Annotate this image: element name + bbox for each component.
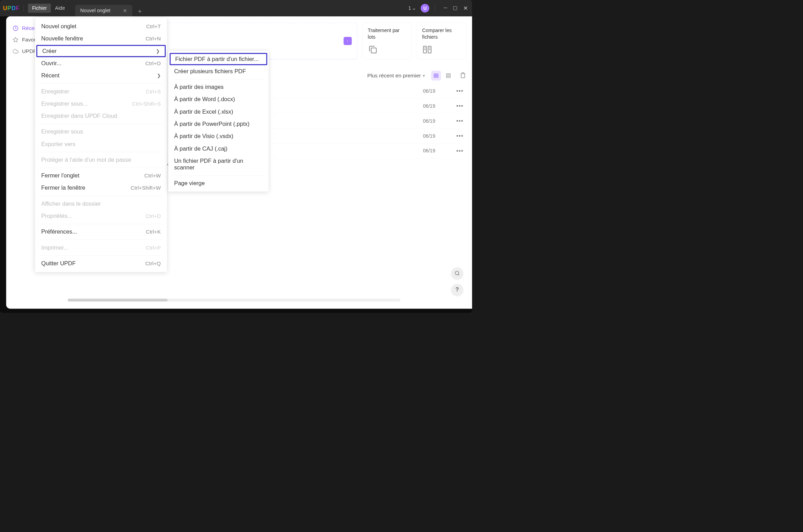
- compare-files-card[interactable]: Comparer les fichiers: [417, 23, 466, 60]
- menu-item-print: Imprimer...Ctrl+P: [35, 242, 167, 254]
- menu-item-close-tab[interactable]: Fermer l'ongletCtrl+W: [35, 169, 167, 182]
- submenu-item-from-file[interactable]: Fichier PDF à partir d'un fichier...: [170, 53, 267, 65]
- svg-rect-10: [449, 76, 450, 77]
- submenu-item-from-excel[interactable]: À partir de Excel (.xlsx): [168, 106, 269, 118]
- more-icon[interactable]: •••: [454, 147, 466, 154]
- app-window: UPDF Fichier Aide Nouvel onglet ✕ + 1 ⌄ …: [0, 0, 472, 313]
- search-float-button[interactable]: [451, 267, 463, 279]
- menu-divider: [39, 124, 163, 124]
- menu-help[interactable]: Aide: [51, 4, 69, 13]
- svg-rect-8: [449, 74, 450, 75]
- menu-item-preferences[interactable]: Préférences...Ctrl+K: [35, 226, 167, 238]
- batch-process-card[interactable]: Traitement par lots: [362, 23, 412, 60]
- menu-item-save-as: Enregistrer sous...Ctrl+Shift+S: [35, 98, 167, 110]
- svg-point-11: [455, 271, 459, 275]
- more-icon[interactable]: •••: [454, 132, 466, 139]
- menu-divider: [173, 175, 264, 176]
- submenu-item-from-visio[interactable]: À partir de Visio (.vsdx): [168, 130, 269, 142]
- tab-strip: Nouvel onglet ✕ +: [75, 0, 144, 16]
- chevron-right-icon: ❯: [157, 73, 161, 78]
- submenu-item-multi-pdf[interactable]: Créer plusieurs fichiers PDF: [168, 65, 269, 77]
- minimize-button[interactable]: ─: [444, 5, 447, 12]
- menu-item-open[interactable]: Ouvrir...Ctrl+O: [35, 57, 167, 69]
- svg-rect-1: [371, 48, 376, 53]
- more-icon[interactable]: •••: [454, 103, 466, 109]
- submenu-item-from-caj[interactable]: À partir de CAJ (.caj): [168, 143, 269, 155]
- close-icon[interactable]: ✕: [123, 7, 127, 14]
- menu-item-new-tab[interactable]: Nouvel ongletCtrl+T: [35, 20, 167, 32]
- window-controls: ─ ▢ ✕: [444, 5, 468, 12]
- submenu-item-from-images[interactable]: À partir des images: [168, 81, 269, 93]
- file-menu-dropdown: Nouvel ongletCtrl+T Nouvelle fenêtreCtrl…: [35, 18, 167, 272]
- cloud-icon: [12, 48, 19, 55]
- svg-rect-5: [436, 74, 438, 75]
- menu-divider: [39, 152, 163, 152]
- menu-divider: [173, 79, 264, 79]
- menu-item-save: EnregistrerCtrl+S: [35, 85, 167, 98]
- menu-divider: [39, 240, 163, 240]
- menu-item-export: Exporter vers: [35, 138, 167, 150]
- submenu-item-from-word[interactable]: À partir de Word (.docx): [168, 93, 269, 106]
- submenu-item-blank-page[interactable]: Page vierge: [168, 177, 269, 189]
- menu-divider: [39, 256, 163, 256]
- new-tab-button[interactable]: +: [135, 7, 144, 16]
- create-submenu: Fichier PDF à partir d'un fichier... Cré…: [168, 51, 269, 192]
- menu-item-protect: Protéger à l'aide d'un mot de passe: [35, 154, 167, 166]
- submenu-item-from-scanner[interactable]: Un fichier PDF à partir d'un scanner: [168, 155, 269, 174]
- menu-item-recent[interactable]: Récent❯: [35, 69, 167, 82]
- user-avatar[interactable]: U: [421, 4, 429, 13]
- app-logo: UPDF: [3, 5, 20, 12]
- menu-item-show-folder: Afficher dans le dossier: [35, 198, 167, 210]
- compare-icon: [422, 45, 432, 55]
- scrollbar-thumb[interactable]: [68, 299, 167, 302]
- star-icon: [12, 37, 19, 43]
- more-icon[interactable]: •••: [454, 118, 466, 124]
- batch-icon: [368, 45, 378, 55]
- close-button[interactable]: ✕: [463, 5, 468, 12]
- grid-view-button[interactable]: [443, 71, 453, 81]
- svg-rect-4: [434, 74, 435, 75]
- menu-file[interactable]: Fichier: [28, 4, 51, 13]
- horizontal-scrollbar[interactable]: [68, 299, 400, 302]
- menu-item-properties: Propriétés...Ctrl+D: [35, 210, 167, 222]
- separator: [435, 5, 435, 12]
- svg-rect-9: [446, 76, 448, 77]
- menu-divider: [39, 224, 163, 224]
- submenu-item-from-ppt[interactable]: À partir de PowerPoint (.pptx): [168, 118, 269, 130]
- menu-item-new-window[interactable]: Nouvelle fenêtreCtrl+N: [35, 32, 167, 45]
- more-icon[interactable]: •••: [454, 88, 466, 94]
- svg-rect-7: [446, 74, 448, 75]
- title-right: 1 ⌄ U ─ ▢ ✕: [408, 4, 468, 13]
- view-toggles: [431, 71, 466, 81]
- browser-tab[interactable]: Nouvel onglet ✕: [75, 5, 132, 16]
- menu-item-quit[interactable]: Quitter UPDFCtrl+Q: [35, 257, 167, 269]
- menu-item-close-window[interactable]: Fermer la fenêtreCtrl+Shift+W: [35, 182, 167, 194]
- clock-icon: [12, 25, 19, 32]
- svg-rect-6: [434, 76, 438, 77]
- chevron-down-icon: ▾: [423, 73, 425, 78]
- sort-dropdown[interactable]: Plus récent en premier ▾: [367, 73, 425, 79]
- tab-title: Nouvel onglet: [80, 8, 110, 13]
- menu-divider: [39, 83, 163, 84]
- list-view-button[interactable]: [431, 71, 441, 81]
- chevron-down-icon: ⌄: [412, 5, 416, 11]
- maximize-button[interactable]: ▢: [453, 5, 458, 12]
- menu-divider: [39, 196, 163, 196]
- menu-item-save-cloud: Enregistrer dans UPDF Cloud: [35, 110, 167, 122]
- chevron-right-icon: ›: [344, 37, 352, 45]
- chevron-right-icon: ❯: [156, 48, 160, 54]
- help-float-button[interactable]: ?: [451, 284, 463, 295]
- menu-divider: [39, 168, 163, 168]
- delete-button[interactable]: [460, 72, 466, 79]
- menu-item-create[interactable]: Créer❯: [36, 45, 166, 57]
- menu-item-save-as-2: Enregistrer sous: [35, 126, 167, 138]
- tab-count-dropdown[interactable]: 1 ⌄: [408, 5, 416, 11]
- title-bar: UPDF Fichier Aide Nouvel onglet ✕ + 1 ⌄ …: [0, 0, 472, 16]
- separator: [24, 5, 24, 12]
